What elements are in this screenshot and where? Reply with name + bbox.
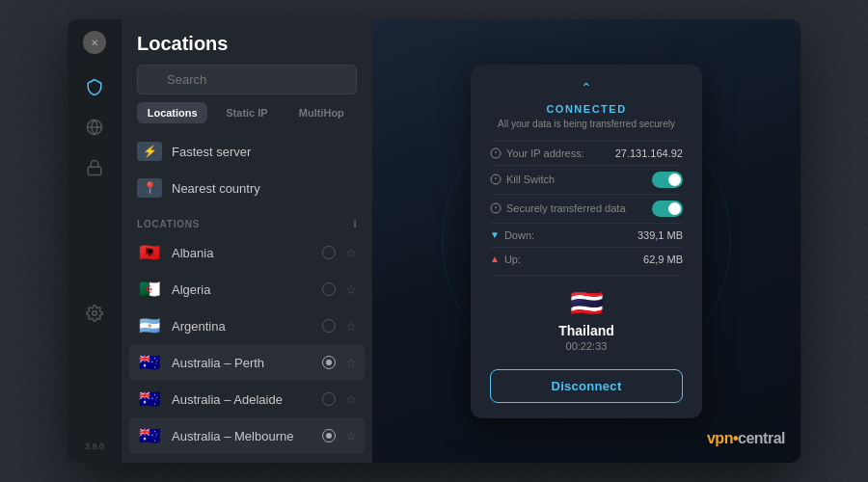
star-au-adelaide[interactable]: ☆ [345,392,357,407]
right-panel: ⌃ CONNECTED All your data is being trans… [372,19,800,463]
search-wrapper: 🔍 [137,65,357,94]
close-button[interactable]: ✕ [83,31,106,54]
fastest-server-label: Fastest server [172,145,251,159]
locations-header: Locations 🔍 Locations Static IP MultiHop [122,19,372,133]
search-input[interactable] [137,65,357,94]
nearest-country-label: Nearest country [172,181,260,196]
country-time: 00:22:33 [490,340,683,352]
nearest-country-item[interactable]: 📍 Nearest country [129,170,365,206]
locations-panel: Locations 🔍 Locations Static IP MultiHop… [122,19,372,463]
connected-subtitle: All your data is being transferred secur… [490,119,683,129]
star-argentina[interactable]: ☆ [345,319,357,334]
flag-argentina: 🇦🇷 [137,315,162,336]
killswitch-label: Kill Switch [490,174,555,185]
star-au-perth[interactable]: ☆ [345,356,357,370]
locations-title: Locations [137,33,357,55]
killswitch-toggle[interactable] [652,172,683,188]
flag-au-melbourne: 🇦🇺 [137,425,162,446]
radio-au-melbourne[interactable] [322,429,336,442]
up-label: ▲ Up: [490,254,521,265]
secure-data-toggle[interactable] [652,201,683,217]
flag-albania: 🇦🇱 [137,242,162,263]
fastest-server-icon: ⚡ [137,142,162,161]
location-au-perth[interactable]: 🇦🇺 Australia – Perth ☆ [129,344,365,381]
nearest-country-icon: 📍 [137,178,162,198]
country-section: 🇹🇭 Thailand 00:22:33 [490,275,683,360]
country-name: Thailand [490,323,683,338]
locations-section-header: LOCATIONS ℹ [129,210,365,234]
svg-rect-2 [88,167,101,174]
svg-point-3 [93,311,97,316]
radio-argentina[interactable] [322,319,336,333]
location-argentina[interactable]: 🇦🇷 Argentina ☆ [129,308,365,344]
flag-au-perth: 🇦🇺 [137,352,162,373]
radio-albania[interactable] [322,246,336,259]
sidebar-icon-shield[interactable] [77,69,112,104]
location-au-adelaide-name: Australia – Adelaide [172,392,312,407]
location-argentina-name: Argentina [172,319,312,334]
vpn-brand: vpn•central [707,430,785,447]
tab-locations[interactable]: Locations [137,102,207,123]
killswitch-row: Kill Switch [490,165,683,194]
sidebar-icon-globe[interactable] [77,110,112,145]
country-flag: 🇹🇭 [490,287,683,319]
radio-au-perth[interactable] [322,356,336,369]
tab-static-ip[interactable]: Static IP [211,102,282,123]
location-au-adelaide[interactable]: 🇦🇺 Australia – Adelaide ☆ [129,381,365,417]
sidebar-icon-lock[interactable] [77,150,112,185]
ip-value: 27.131.164.92 [615,147,683,159]
tab-bar: Locations Static IP MultiHop [137,102,357,123]
connected-status: CONNECTED [490,103,683,115]
locations-list: ⚡ Fastest server 📍 Nearest country LOCAT… [122,133,372,463]
star-albania[interactable]: ☆ [345,246,357,260]
sidebar-icon-settings[interactable] [77,296,112,331]
down-label: ▼ Down: [490,229,534,241]
star-au-melbourne[interactable]: ☆ [345,429,357,443]
star-algeria[interactable]: ☆ [345,282,357,297]
flag-algeria: 🇩🇿 [137,279,162,300]
location-au-melbourne[interactable]: 🇦🇺 Australia – Melbourne ☆ [129,417,365,454]
fastest-server-item[interactable]: ⚡ Fastest server [129,133,365,170]
location-algeria-name: Algeria [172,282,312,297]
disconnect-button[interactable]: Disconnect [490,369,683,403]
sidebar: ✕ 3.9.0 [68,19,122,463]
card-arrow: ⌃ [490,80,683,95]
central-text: central [738,430,785,446]
up-row: ▲ Up: 62,9 MB [490,247,683,271]
down-row: ▼ Down: 339,1 MB [490,223,683,247]
location-au-melbourne-name: Australia – Melbourne [172,429,312,443]
ip-row: Your IP address: 27.131.164.92 [490,141,683,165]
app-version: 3.9.0 [85,442,104,451]
tab-multihop[interactable]: MultiHop [286,102,357,123]
secure-data-row: Securely transferred data [490,194,683,223]
connected-card: ⌃ CONNECTED All your data is being trans… [471,65,702,418]
location-au-perth-name: Australia – Perth [172,356,312,370]
location-algeria[interactable]: 🇩🇿 Algeria ☆ [129,271,365,308]
section-label: LOCATIONS [137,219,200,229]
radio-au-adelaide[interactable] [322,392,336,406]
location-au-brisbane[interactable]: 🇦🇺 Australia – Brisbane ☆ [129,454,365,463]
radio-algeria[interactable] [322,282,336,296]
flag-au-adelaide: 🇦🇺 [137,388,162,410]
ip-label: Your IP address: [490,147,584,159]
app-container: ✕ 3.9.0 [68,19,800,463]
vpn-text: vpn [707,430,733,446]
info-icon[interactable]: ℹ [353,218,357,230]
secure-data-label: Securely transferred data [490,202,626,214]
location-albania-name: Albania [172,246,312,260]
up-value: 62,9 MB [643,254,683,265]
location-albania[interactable]: 🇦🇱 Albania ☆ [129,234,365,271]
down-value: 339,1 MB [637,229,683,241]
flag-au-brisbane: 🇦🇺 [137,462,162,463]
